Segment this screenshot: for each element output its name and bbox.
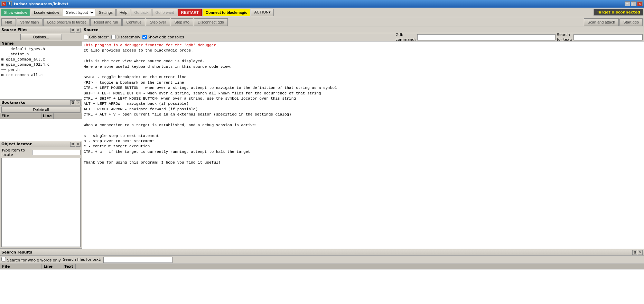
search-results-bar: Search for whole words only Search files… <box>0 256 644 264</box>
bookmarks-table-header: File Line <box>0 113 82 119</box>
search-results-title: Search results <box>1 250 32 255</box>
target-status: Target disconnected <box>594 9 643 16</box>
source-first-line: This program is a debugger frontend for … <box>84 43 218 47</box>
show-window-button[interactable]: Show window <box>1 9 30 16</box>
locator-list <box>1 158 81 247</box>
options-button[interactable]: Options... <box>20 34 62 40</box>
minimize-button[interactable]: ─ <box>625 1 630 6</box>
bookmarks-content <box>0 119 82 141</box>
source-files-header: Source Files ⧉ ✕ <box>0 27 82 33</box>
show-gdb-consoles-checkbox[interactable] <box>142 35 147 39</box>
gdb-command-input[interactable] <box>417 34 556 40</box>
source-files-section: Source Files ⧉ ✕ Options... Name ── _def… <box>0 27 82 100</box>
locator-input[interactable] <box>32 150 81 155</box>
app-icon-q: ? <box>7 1 12 6</box>
gdb-stderr-label[interactable]: Gdb stderr <box>84 35 109 39</box>
bookmarks-close-icon[interactable]: ✕ <box>76 100 81 105</box>
disconnect-gdb-button[interactable]: Disconnect gdb <box>194 18 228 26</box>
left-panel: Source Files ⧉ ✕ Options... Name ── _def… <box>0 27 82 249</box>
connect-button[interactable]: Connect to blackmagic <box>203 9 250 16</box>
app-icon-x: ✕ <box>1 1 6 6</box>
load-program-button[interactable]: Load program to target <box>43 18 90 26</box>
search-results-panel: Search results ⧉ ✕ Search for whole word… <box>0 249 644 304</box>
list-item[interactable]: ── _default_types.h <box>0 46 82 52</box>
reset-run-button[interactable]: Reset and run <box>90 18 122 26</box>
layout-select[interactable]: Select layout <box>63 9 95 16</box>
list-item[interactable]: ── _stdint.h <box>0 52 82 57</box>
verify-flash-button[interactable]: Verify flash <box>17 18 43 26</box>
scan-attach-button[interactable]: Scan and attach <box>584 18 619 26</box>
show-gdb-consoles-label[interactable]: Show gdb consoles <box>142 35 184 39</box>
file-list-name-header: Name <box>0 41 82 46</box>
restart-button[interactable]: RESTART <box>178 9 202 16</box>
debug-toolbar: Halt Verify flash Load program to target… <box>0 17 644 27</box>
object-locator-title: Object locator <box>1 142 32 146</box>
maximize-button[interactable]: □ <box>631 1 636 6</box>
halt-button[interactable]: Halt <box>1 18 16 26</box>
locator-close-icon[interactable]: ✕ <box>76 142 81 147</box>
bookmarks-restore-icon[interactable]: ⧉ <box>70 100 75 105</box>
close-button[interactable]: ✕ <box>637 1 643 6</box>
search-files-input[interactable] <box>103 257 172 263</box>
step-over-button[interactable]: Step over <box>146 18 170 26</box>
object-locator-section: Object locator ⧉ ✕ Type item to locate <box>0 141 82 249</box>
whole-words-checkbox[interactable] <box>1 257 6 261</box>
sr-close-icon[interactable]: ✕ <box>638 250 643 255</box>
disassembly-label[interactable]: Disassembly <box>111 35 141 39</box>
source-files-close-icon[interactable]: ✕ <box>76 28 81 33</box>
step-into-button[interactable]: Step into <box>171 18 193 26</box>
search-for-text-label: Searchfor text: <box>557 33 572 42</box>
search-results-table-header: File Line Text <box>0 264 644 269</box>
list-item[interactable]: ── pwr.h <box>0 67 82 72</box>
source-files-title: Source Files <box>1 28 28 32</box>
list-item[interactable]: ⊞ gpio_common_all.c <box>0 57 82 62</box>
start-gdb-button[interactable]: Start gdb <box>619 18 643 26</box>
go-back-button[interactable]: Go back <box>131 9 151 16</box>
bookmark-file-col: File <box>0 113 41 119</box>
list-item[interactable]: ⊞ gpio_common_f0234.c <box>0 62 82 67</box>
source-title: Source <box>84 28 99 32</box>
file-list: ── _default_types.h ── _stdint.h ⊞ gpio_… <box>0 46 82 99</box>
search-text-input[interactable] <box>573 34 643 40</box>
disassembly-checkbox[interactable] <box>111 35 116 39</box>
sr-restore-icon[interactable]: ⧉ <box>632 250 637 255</box>
locator-restore-icon[interactable]: ⧉ <box>70 142 75 147</box>
source-panel: Source Gdb stderr Disassembly Show gdb c… <box>82 27 644 249</box>
locator-input-row: Type item to locate <box>0 147 82 158</box>
select-layout-dropdown[interactable]: Select layout <box>63 9 95 16</box>
source-content[interactable]: This program is a debugger frontend for … <box>82 42 644 249</box>
main-layout: Source Files ⧉ ✕ Options... Name ── _def… <box>0 27 644 249</box>
object-locator-header: Object locator ⧉ ✕ <box>0 141 82 147</box>
window-title: turbo: :/resources/init.txt <box>14 2 625 6</box>
bookmark-line-col: Line <box>41 113 54 119</box>
sr-line-col: Line <box>41 264 62 269</box>
bookmarks-section: Bookmarks ⧉ ✕ Delete all File Line <box>0 100 82 141</box>
source-files-restore-icon[interactable]: ⧉ <box>70 28 75 33</box>
list-item[interactable]: ⊞ rcc_common_all.c <box>0 72 82 77</box>
titlebar: ✕ ? turbo: :/resources/init.txt ─ □ ✕ <box>0 0 644 8</box>
gdb-stderr-checkbox[interactable] <box>84 35 88 39</box>
action-button[interactable]: ACTION▾ <box>251 9 274 16</box>
settings-button[interactable]: Settings <box>96 9 116 16</box>
sr-file-col: File <box>0 264 41 269</box>
help-button[interactable]: Help <box>116 9 131 16</box>
locator-label: Type item to locate <box>1 148 31 157</box>
search-results-header: Search results ⧉ ✕ <box>0 249 644 256</box>
source-section-header: Source <box>82 27 644 33</box>
whole-words-label[interactable]: Search for whole words only <box>1 257 61 262</box>
search-files-label: Search files for text: <box>63 257 101 262</box>
source-toolbar: Gdb stderr Disassembly Show gdb consoles… <box>82 33 644 42</box>
main-toolbar: Show window Locate window Select layout … <box>0 8 644 17</box>
bookmarks-header: Bookmarks ⧉ ✕ <box>0 100 82 106</box>
delete-all-button[interactable]: Delete all <box>1 107 81 113</box>
bookmarks-title: Bookmarks <box>1 100 25 105</box>
gdb-command-row: Gdbcommand: Searchfor text: <box>395 33 643 42</box>
locate-window-button[interactable]: Locate window <box>31 9 62 16</box>
gdb-command-label: Gdbcommand: <box>395 33 416 42</box>
continue-button[interactable]: Continue <box>122 18 145 26</box>
search-results-content <box>0 269 644 304</box>
sr-text-col: Text <box>62 264 76 269</box>
go-forward-button[interactable]: Go forward <box>152 9 177 16</box>
